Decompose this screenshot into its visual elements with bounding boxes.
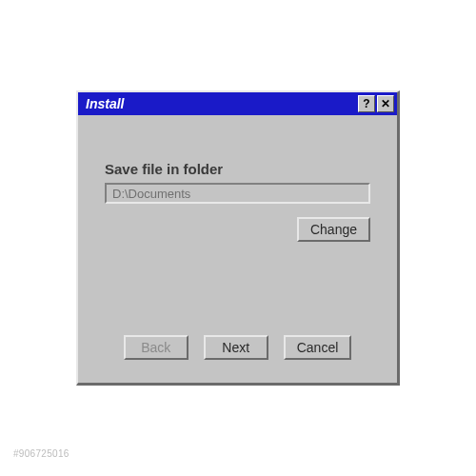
titlebar-controls: ? ✕: [358, 95, 394, 112]
close-icon: ✕: [381, 97, 390, 110]
save-folder-label: Save file in folder: [105, 161, 370, 177]
help-button[interactable]: ?: [358, 95, 375, 112]
change-row: Change: [105, 217, 370, 242]
window-title: Install: [86, 96, 124, 111]
watermark: #906725016: [13, 448, 69, 459]
wizard-buttons: Back Next Cancel: [105, 335, 370, 367]
help-icon: ?: [363, 97, 369, 110]
cancel-button[interactable]: Cancel: [284, 335, 352, 360]
close-button[interactable]: ✕: [377, 95, 394, 112]
spacer: [105, 242, 370, 335]
titlebar: Install ? ✕: [78, 92, 397, 115]
back-button[interactable]: Back: [124, 335, 188, 360]
content-area: Save file in folder Change Back Next Can…: [78, 115, 397, 383]
next-button[interactable]: Next: [204, 335, 268, 360]
folder-path-input[interactable]: [105, 183, 370, 204]
install-window: Install ? ✕ Save file in folder Change B…: [76, 90, 400, 386]
change-button[interactable]: Change: [297, 217, 370, 242]
